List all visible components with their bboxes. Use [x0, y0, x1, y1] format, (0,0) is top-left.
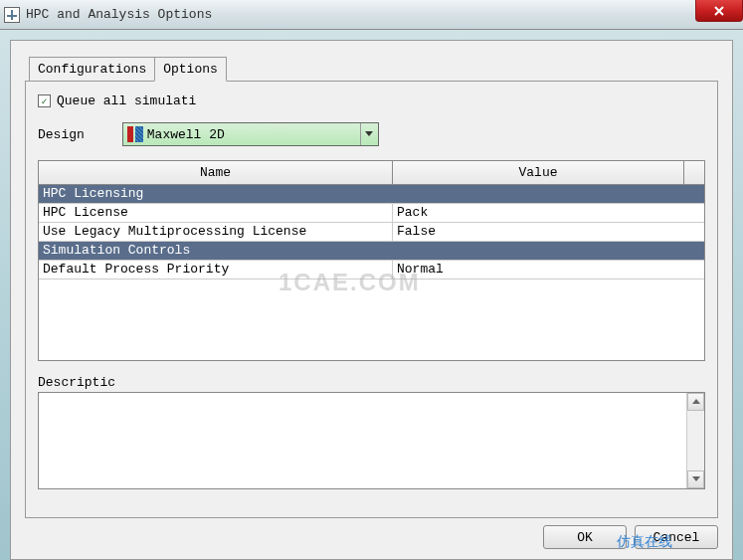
queue-checkbox[interactable]: ✓	[38, 94, 51, 107]
grid-section-simulation-controls[interactable]: Simulation Controls	[39, 242, 704, 261]
dialog-body: Configurations Options ✓ Queue all simul…	[10, 40, 733, 560]
grid-cell-name: Default Process Priority	[39, 261, 393, 279]
dropdown-arrow	[360, 123, 378, 145]
grid-header: Name Value	[39, 161, 704, 185]
tab-row: Configurations Options	[29, 57, 718, 81]
grid-section-hpc-licensing[interactable]: HPC Licensing	[39, 185, 704, 204]
chevron-up-icon	[692, 399, 700, 405]
design-row: Design Maxwell 2D	[38, 122, 705, 146]
description-box[interactable]	[38, 392, 705, 489]
design-label: Design	[38, 127, 85, 142]
window-title: HPC and Analysis Options	[26, 7, 212, 22]
titlebar: HPC and Analysis Options	[0, 0, 743, 30]
grid-cell-name: Use Legacy Multiprocessing License	[39, 223, 393, 241]
grid-header-spacer	[684, 161, 704, 184]
grid-cell-value[interactable]: Normal	[393, 261, 704, 279]
grid-cell-value[interactable]: Pack	[393, 204, 704, 222]
grid-cell-name: Simulation Controls	[39, 242, 393, 260]
scrollbar-down-button[interactable]	[687, 470, 704, 488]
chevron-down-icon	[365, 131, 373, 137]
maxwell-icon	[127, 126, 143, 142]
grid-header-value[interactable]: Value	[393, 161, 684, 184]
chevron-down-icon	[692, 476, 700, 482]
dialog-buttons: OK Cancel	[543, 525, 718, 549]
grid-cell-value[interactable]: False	[393, 223, 704, 241]
tabs-container: Configurations Options ✓ Queue all simul…	[25, 57, 718, 518]
tab-options[interactable]: Options	[154, 57, 227, 82]
options-grid: Name Value HPC Licensing HPC License Pac…	[38, 160, 705, 361]
description-scrollbar[interactable]	[686, 393, 704, 488]
grid-header-name[interactable]: Name	[39, 161, 393, 184]
tab-configurations[interactable]: Configurations	[29, 57, 155, 81]
cancel-button[interactable]: Cancel	[635, 525, 718, 549]
tab-content: ✓ Queue all simulati Design Maxwell 2D	[25, 81, 718, 518]
queue-checkbox-row: ✓ Queue all simulati	[38, 93, 705, 108]
ok-button[interactable]: OK	[543, 525, 627, 549]
close-button[interactable]	[695, 0, 743, 22]
scrollbar-up-button[interactable]	[687, 393, 704, 411]
design-select-value: Maxwell 2D	[147, 127, 360, 142]
grid-row-hpc-license[interactable]: HPC License Pack	[39, 204, 704, 223]
close-icon	[713, 5, 725, 17]
grid-cell-value	[393, 185, 704, 203]
description-label: Descriptic	[38, 375, 705, 390]
grid-cell-name: HPC License	[39, 204, 393, 222]
app-icon	[4, 7, 20, 23]
grid-row-default-priority[interactable]: Default Process Priority Normal	[39, 261, 704, 280]
design-select[interactable]: Maxwell 2D	[122, 122, 379, 146]
grid-cell-name: HPC Licensing	[39, 185, 393, 203]
grid-cell-value	[393, 242, 704, 260]
queue-checkbox-label: Queue all simulati	[57, 93, 196, 108]
grid-row-legacy-multiprocessing[interactable]: Use Legacy Multiprocessing License False	[39, 223, 704, 242]
